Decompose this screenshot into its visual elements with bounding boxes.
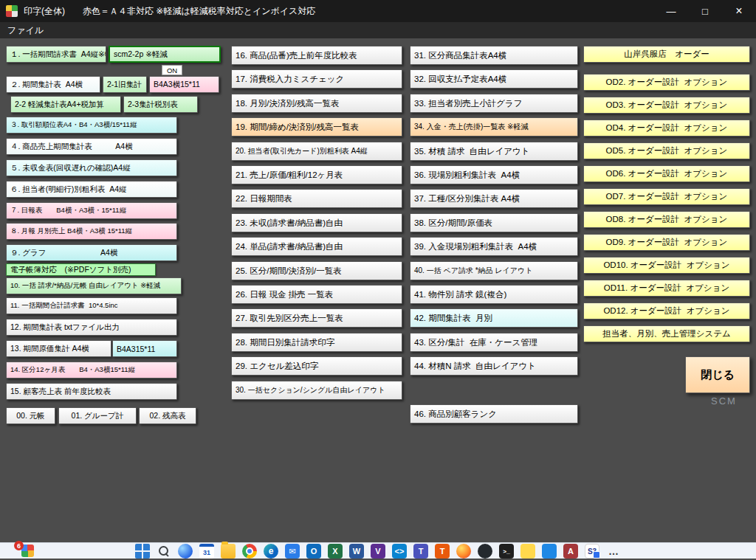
btn-00[interactable]: 00. 元帳 — [6, 407, 55, 424]
btn-38[interactable]: 38. 区分/期間/原価表 — [410, 213, 578, 232]
btn-od2[interactable]: OD2. オーダー設計 オプション — [583, 74, 750, 91]
notification-badge: 6 — [14, 541, 24, 550]
btn-od6[interactable]: OD6. オーダー設計 オプション — [583, 165, 750, 182]
outlook-icon[interactable]: O — [306, 544, 321, 559]
btn-3[interactable]: ３. 取引額順位表A4・B4・A3横/15*11縦 — [6, 117, 177, 134]
btn-34[interactable]: 34. 入金・売上(売掛)一覧表 ※軽減 — [410, 117, 578, 136]
btn-39[interactable]: 39. 入金現場別粗利集計表 A4横 — [410, 237, 578, 256]
btn-11[interactable]: 11. 一括期間合計請求書 10*4.5inc — [6, 297, 177, 314]
btn-19[interactable]: 19. 期間/締め/決済別/残高一覧表 — [231, 117, 402, 136]
terminal-icon[interactable]: >_ — [499, 544, 514, 559]
main-area: １. 一括期間請求書 A4縦※軽減scm2-2p ※軽減２. 期間集計表 A4横… — [0, 0, 756, 560]
edge-icon[interactable]: e — [264, 544, 278, 559]
access-icon[interactable]: A — [563, 544, 578, 559]
btn-2-3[interactable]: 2-3集計税別表 — [123, 96, 198, 113]
btn-scm2-2p[interactable]: scm2-2p ※軽減 — [109, 46, 221, 63]
btn-od7[interactable]: OD7. オーダー設計 オプション — [583, 188, 750, 205]
btn-od8[interactable]: OD8. オーダー設計 オプション — [583, 211, 750, 228]
btn-b4a3-15x11[interactable]: B4A3横15*11 — [149, 76, 219, 93]
btn-16[interactable]: 16. 商品(品番)売上前年度比較表 — [231, 46, 402, 65]
btn-2-1[interactable]: 2-1旧集計 — [103, 76, 147, 93]
btn-od9[interactable]: OD9. オーダー設計 オプション — [583, 234, 750, 251]
btn-sales-mgmt-system[interactable]: 担当者、月別、売上管理システム — [583, 325, 750, 342]
btn-42[interactable]: 42. 期間集計表 月別 — [410, 308, 578, 328]
btn-22[interactable]: 22. 日報期間表 — [231, 189, 402, 208]
btn-4[interactable]: ４. 商品売上期間集計表 A4横 — [6, 138, 177, 155]
taskbar-icons: 31e✉OXWV<>TT>_AS3… — [135, 544, 621, 559]
btn-40[interactable]: 40. 一括 ペア請求 *納品 レイアウト — [410, 261, 578, 280]
sticky-notes-icon[interactable] — [520, 544, 535, 559]
label-denshi-chobo: 電子帳簿対応 (※PDFソフト別売) — [6, 263, 156, 276]
excel-icon[interactable]: X — [328, 544, 343, 559]
btn-12[interactable]: 12. 期間集計表 txtファイル出力 — [6, 319, 177, 336]
btn-1[interactable]: １. 一括期間請求書 A4縦※軽減 — [6, 46, 106, 63]
btn-6[interactable]: ６. 担当者(明細行)別粗利表 A4縦 — [6, 181, 177, 198]
visual-studio-icon[interactable]: V — [371, 544, 385, 559]
btn-9[interactable]: ９. グラフ A4横 — [6, 244, 177, 261]
close-button[interactable]: 閉じる — [685, 356, 750, 393]
btn-37[interactable]: 37. 工種/区分別集計表 A4横 — [410, 189, 578, 208]
copilot-icon[interactable] — [178, 544, 193, 559]
more-icon[interactable]: … — [606, 544, 621, 559]
btn-46[interactable]: 46. 商品別顧客ランク — [410, 404, 578, 424]
btn-od3[interactable]: OD3. オーダー設計 オプション — [583, 97, 750, 114]
btn-27[interactable]: 27. 取引先別区分売上一覧表 — [231, 308, 402, 328]
btn-30[interactable]: 30. 一括セクション/シングル自由レイアウト — [231, 381, 402, 400]
scm-watermark: SCM — [711, 395, 737, 407]
firefox-icon[interactable] — [456, 544, 471, 559]
btn-od5[interactable]: OD5. オーダー設計 オプション — [583, 142, 750, 159]
btn-33[interactable]: 33. 担当者別売上小計グラフ — [410, 94, 578, 113]
teams-icon[interactable]: T — [413, 544, 428, 559]
btn-41[interactable]: 41. 物件別 請求 鏡(複合) — [410, 285, 578, 304]
docs-icon[interactable] — [542, 544, 557, 559]
btn-25[interactable]: 25. 区分/期間/決済別/一覧表 — [231, 261, 402, 280]
btn-yamagishi-order[interactable]: 山岸呉服店 オーダー — [583, 46, 750, 63]
file-explorer-icon[interactable] — [221, 544, 236, 559]
btn-2[interactable]: ２. 期間集計表 A4横 — [6, 76, 100, 93]
github-icon[interactable] — [478, 544, 492, 559]
search-icon[interactable] — [157, 544, 171, 559]
btn-32[interactable]: 32. 回収支払予定表A4横 — [410, 69, 578, 89]
notification-area[interactable]: 6 — [16, 543, 40, 559]
btn-od10[interactable]: OD10. オーダー設計 オプション — [583, 257, 750, 274]
btn-8[interactable]: ８. 月報 月別売上 B4横・A3横 15*11縦 — [6, 223, 177, 240]
btn-20[interactable]: 20. 担当者(取引先カード)別粗利表 A4縦 — [231, 142, 402, 161]
btn-21[interactable]: 21. 売上/原価/粗利/12ヶ月表 — [231, 165, 402, 184]
btn-31[interactable]: 31. 区分商品集計表A4横 — [410, 46, 578, 65]
calendar-icon[interactable]: 31 — [199, 544, 214, 559]
btn-2-2[interactable]: 2-2 軽減集計表A4+税加算 — [10, 96, 121, 113]
btn-18[interactable]: 18. 月別/決済別/残高一覧表 — [231, 94, 402, 113]
start-icon[interactable] — [135, 544, 150, 559]
btn-17[interactable]: 17. 消費税入力ミスチェック — [231, 69, 402, 89]
btn-01[interactable]: 01. グループ計 — [58, 407, 137, 424]
btn-b4a315x11[interactable]: B4A315*11 — [112, 340, 177, 357]
btn-od12[interactable]: OD12. オーダー設計 オプション — [583, 303, 750, 319]
btn-15[interactable]: 15. 顧客売上表 前年度比較表 — [6, 383, 177, 400]
btn-24[interactable]: 24. 単品(請求書/納品書)自由 — [231, 237, 402, 256]
chrome-icon[interactable] — [242, 544, 257, 559]
btn-02[interactable]: 02. 残高表 — [139, 407, 196, 424]
btn-44[interactable]: 44. 材積N 請求 自由レイアウト — [410, 356, 578, 376]
vscode-icon[interactable]: <> — [392, 544, 407, 559]
btn-36[interactable]: 36. 現場別粗利集計表 A4横 — [410, 165, 578, 184]
btn-29[interactable]: 29. エクセル差込印字 — [231, 356, 402, 376]
btn-13[interactable]: 13. 期間原価集計 A4横 — [6, 340, 111, 357]
btn-23[interactable]: 23. 未収(請求書/納品書)自由 — [231, 213, 402, 232]
app-t-icon[interactable]: T — [435, 544, 450, 559]
word-icon[interactable]: W — [349, 544, 364, 559]
btn-28[interactable]: 28. 期間日別集計請求印字 — [231, 333, 402, 352]
s3-icon[interactable]: S3 — [585, 544, 599, 559]
on-indicator[interactable]: ON — [162, 65, 182, 75]
btn-10[interactable]: 10. 一括 請求/*納品/元帳 自由レイアウト ※軽減 — [6, 277, 182, 294]
btn-35[interactable]: 35. 材積 請求 自由レイアウト — [410, 142, 578, 161]
btn-od11[interactable]: OD11. オーダー設計 オプション — [583, 280, 750, 297]
btn-43[interactable]: 43. 区分/集計 在庫・ケース管理 — [410, 333, 578, 352]
mail-icon[interactable]: ✉ — [285, 544, 300, 559]
btn-14[interactable]: 14. 区分12ヶ月表 B4・A3横15*11縦 — [6, 362, 177, 378]
taskbar: 6 31e✉OXWV<>TT>_AS3… — [0, 542, 756, 559]
btn-5[interactable]: ５. 未収金表(回収遅れの確認)A4縦 — [6, 159, 177, 176]
btn-od4[interactable]: OD4. オーダー設計 オプション — [583, 120, 750, 136]
btn-7[interactable]: ７. 日報表 B4横・A3横・15*11縦 — [6, 202, 177, 219]
btn-26[interactable]: 26. 日報 現金 掛売 一覧表 — [231, 285, 402, 304]
